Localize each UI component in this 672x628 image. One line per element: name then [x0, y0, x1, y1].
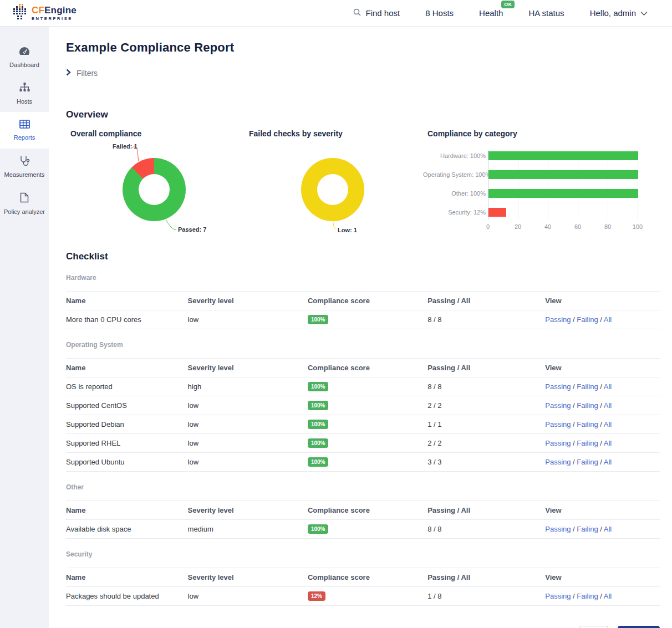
pie-label-failed: Failed: 1: [113, 143, 138, 150]
view-link-passing[interactable]: Passing: [545, 315, 571, 324]
view-link-failing[interactable]: Failing: [577, 420, 598, 428]
table-row: Available disk spacemedium100%8 / 8Passi…: [66, 520, 660, 539]
view-link-failing[interactable]: Failing: [577, 439, 598, 447]
view-link-failing[interactable]: Failing: [577, 382, 598, 391]
sidebar-item-label: Policy analyzer: [4, 208, 45, 215]
table-header-row: NameSeverity levelCompliance scorePassin…: [66, 501, 660, 520]
find-host-button[interactable]: Find host: [353, 8, 400, 18]
view-link-passing[interactable]: Passing: [545, 401, 571, 410]
link-separator: /: [571, 458, 577, 466]
link-separator: /: [598, 420, 604, 428]
bar-axis-tick: 100: [630, 223, 645, 230]
table-row: Supported CentOSlow100%2 / 2Passing / Fa…: [66, 396, 660, 415]
checklist-table: NameSeverity levelCompliance scorePassin…: [66, 291, 660, 329]
failed-by-severity-donut[interactable]: [301, 158, 364, 221]
view-link-all[interactable]: All: [604, 458, 612, 466]
compliance-score-badge: 100%: [308, 420, 329, 429]
view-link-all[interactable]: All: [604, 315, 612, 324]
sidebar-item-policy-analyzer[interactable]: Policy analyzer: [0, 185, 49, 222]
cell-view: Passing / Failing / All: [545, 434, 660, 453]
column-header: Name: [66, 359, 188, 377]
column-header: View: [545, 359, 660, 377]
filters-toggle[interactable]: Filters: [66, 68, 116, 78]
cell-score: 100%: [308, 453, 427, 472]
view-link-all[interactable]: All: [604, 525, 612, 533]
cell-severity: low: [188, 453, 308, 472]
logo-cf: CF: [32, 5, 44, 16]
view-link-failing[interactable]: Failing: [577, 592, 598, 600]
checklist-groups: HardwareNameSeverity levelCompliance sco…: [66, 274, 660, 606]
overall-compliance-chart: Overall compliance Failed: 1 Passed: 7: [66, 129, 245, 243]
cell-name: Supported RHEL: [66, 434, 188, 453]
link-separator: /: [571, 592, 577, 600]
column-header: Compliance score: [308, 568, 427, 587]
sidebar-item-measurements[interactable]: Measurements: [0, 149, 49, 185]
health-link[interactable]: Health OK: [479, 8, 503, 18]
view-link-passing[interactable]: Passing: [545, 439, 571, 447]
cell-view: Passing / Failing / All: [545, 453, 660, 472]
ha-status-link[interactable]: HA status: [528, 8, 564, 18]
cell-score: 100%: [308, 310, 427, 329]
link-separator: /: [598, 439, 604, 447]
view-link-passing[interactable]: Passing: [545, 592, 571, 600]
chevron-down-icon: [640, 8, 648, 18]
column-header: Name: [66, 501, 188, 520]
bar-axis-tick: 0: [481, 223, 495, 230]
bar-operating-system[interactable]: [488, 170, 638, 179]
checklist-table: NameSeverity levelCompliance scorePassin…: [66, 568, 660, 606]
column-header: Severity level: [188, 568, 308, 587]
cell-name: Available disk space: [66, 520, 188, 539]
cell-severity: low: [188, 587, 308, 606]
pie-label-passed: Passed: 7: [178, 226, 206, 233]
cell-score: 12%: [308, 587, 427, 606]
view-link-passing[interactable]: Passing: [545, 458, 571, 466]
checklist-group-security: SecurityNameSeverity levelCompliance sco…: [66, 550, 660, 606]
bar-category-label: Other: 100%: [423, 190, 486, 197]
view-link-passing[interactable]: Passing: [545, 420, 571, 428]
column-header: Compliance score: [308, 359, 427, 377]
view-link-all[interactable]: All: [604, 420, 612, 428]
edit-button[interactable]: Edit: [579, 626, 608, 628]
bar-security[interactable]: [488, 208, 506, 217]
sidebar-item-dashboard[interactable]: Dashboard: [0, 39, 49, 75]
view-link-all[interactable]: All: [604, 592, 612, 600]
overall-compliance-donut[interactable]: [123, 158, 186, 221]
cell-view: Passing / Failing / All: [545, 520, 660, 539]
column-header: Compliance score: [308, 501, 427, 520]
cell-passing: 3 / 3: [427, 453, 545, 472]
user-menu[interactable]: Hello, admin: [590, 8, 648, 18]
cfengine-logo[interactable]: CFEngine ENTERPRISE: [13, 4, 77, 23]
overview-heading: Overview: [66, 109, 660, 120]
view-link-all[interactable]: All: [604, 439, 612, 447]
cell-score: 100%: [308, 520, 427, 539]
sidebar-item-hosts[interactable]: Hosts: [0, 75, 49, 112]
bar-other[interactable]: [488, 189, 638, 198]
hosts-count-link[interactable]: 8 Hosts: [425, 8, 454, 18]
sidebar-item-reports[interactable]: Reports: [0, 112, 49, 149]
link-separator: /: [598, 315, 604, 324]
bar-axis-tick: 20: [511, 223, 525, 230]
bar-hardware[interactable]: [488, 151, 638, 160]
chevron-right-icon: [66, 68, 71, 78]
view-link-all[interactable]: All: [604, 382, 612, 391]
view-link-failing[interactable]: Failing: [577, 525, 598, 533]
sidebar-item-label: Reports: [14, 134, 35, 141]
view-link-failing[interactable]: Failing: [577, 315, 598, 324]
compliance-score-badge: 100%: [308, 524, 329, 534]
view-link-all[interactable]: All: [604, 401, 612, 410]
column-header: Name: [66, 292, 188, 310]
view-link-passing[interactable]: Passing: [545, 525, 571, 533]
compliance-score-badge: 12%: [308, 591, 325, 601]
cell-view: Passing / Failing / All: [545, 415, 660, 434]
group-label: Other: [66, 483, 660, 491]
view-link-failing[interactable]: Failing: [577, 401, 598, 410]
column-header: Name: [66, 568, 188, 587]
export-button[interactable]: Export: [618, 626, 660, 628]
sidebar-item-label: Hosts: [17, 98, 32, 105]
bar-axis-tick: 80: [600, 223, 615, 230]
view-link-failing[interactable]: Failing: [577, 458, 598, 466]
cell-passing: 8 / 8: [427, 520, 545, 539]
view-link-passing[interactable]: Passing: [545, 382, 571, 391]
compliance-score-badge: 100%: [308, 401, 329, 410]
link-separator: /: [571, 315, 577, 324]
